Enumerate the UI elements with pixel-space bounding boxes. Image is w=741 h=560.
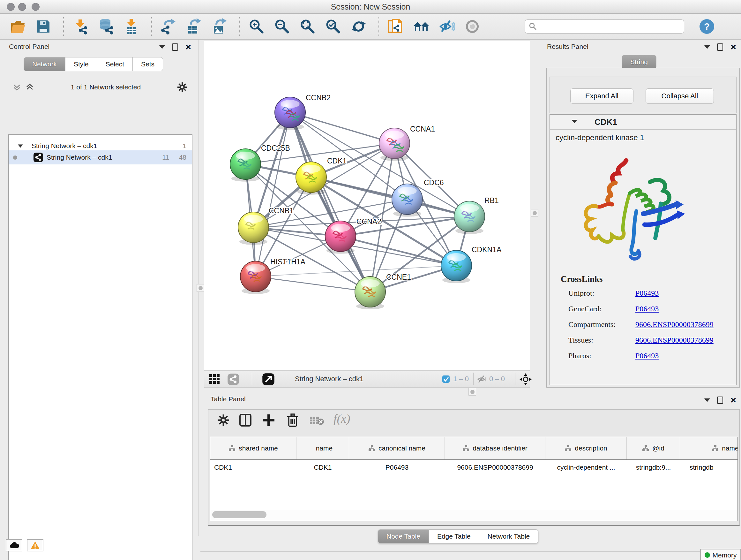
import-network-icon[interactable] — [72, 18, 89, 35]
string-view-icon[interactable] — [227, 373, 239, 385]
help-icon[interactable]: ? — [699, 19, 714, 34]
zoom-in-icon[interactable] — [248, 18, 265, 35]
network-graph[interactable]: CCNB2CCNA1CDC25BCDK1CDC6RB1CCNB1CCNA2CDK… — [204, 41, 530, 370]
table-cell[interactable]: CDK1 — [296, 460, 349, 475]
table-cell[interactable]: cyclin-dependent ... — [545, 460, 627, 475]
table-hscrollbar[interactable] — [210, 509, 737, 520]
import-database-icon[interactable] — [98, 18, 114, 35]
float-panel-icon[interactable] — [172, 44, 178, 51]
scrollbar-thumb[interactable] — [212, 511, 266, 518]
collapse-panel-icon[interactable] — [704, 45, 710, 49]
crosslink-value-link[interactable]: 9606.ENSP00000378699 — [635, 320, 714, 329]
open-session-icon[interactable] — [10, 18, 26, 35]
delete-column-icon[interactable] — [286, 413, 299, 428]
table-cell[interactable]: stringdb:9... — [627, 460, 680, 475]
table-cell[interactable]: P06493 — [349, 460, 445, 475]
tab-node-table[interactable]: Node Table — [378, 530, 429, 543]
show-columns-icon[interactable] — [239, 414, 252, 427]
node-HIST1H1A[interactable] — [240, 261, 271, 294]
close-panel-icon[interactable]: ✕ — [185, 44, 192, 51]
node-CCNB1[interactable] — [238, 212, 269, 245]
node-CDC25B[interactable] — [230, 149, 261, 182]
delete-table-icon[interactable] — [309, 415, 325, 426]
tab-style[interactable]: Style — [65, 57, 97, 71]
right-splitter-handle[interactable] — [531, 209, 538, 217]
add-column-icon[interactable] — [262, 414, 275, 427]
left-splitter-handle[interactable] — [197, 284, 204, 292]
collapse-all-button[interactable]: Collapse All — [646, 88, 714, 104]
tab-select[interactable]: Select — [97, 57, 133, 71]
selected-checkbox-icon[interactable] — [442, 375, 450, 383]
table-cell[interactable]: 9606.ENSP00000378699 — [445, 460, 545, 475]
zoom-selected-icon[interactable] — [325, 18, 341, 35]
node-CCNA2[interactable] — [325, 221, 356, 254]
column-header-canonicalname[interactable]: canonical name — [349, 437, 445, 459]
open-in-window-icon[interactable] — [262, 373, 275, 386]
node-table[interactable]: shared namenamecanonical namedatabase id… — [210, 437, 738, 521]
edge-CDK1-RB1[interactable] — [311, 177, 469, 216]
column-header-databaseidentifier[interactable]: database identifier — [445, 437, 545, 459]
save-session-icon[interactable] — [35, 18, 52, 35]
close-panel-icon[interactable]: ✕ — [730, 397, 737, 403]
network-canvas[interactable]: CCNB2CCNA1CDC25BCDK1CDC6RB1CCNB1CCNA2CDK… — [204, 41, 530, 370]
node-CDC6[interactable] — [392, 184, 422, 217]
crosslink-value-link[interactable]: P06493 — [635, 289, 659, 298]
show-all-icon[interactable] — [464, 18, 481, 35]
memory-button[interactable]: Memory — [700, 549, 741, 560]
fit-content-icon[interactable] — [520, 373, 532, 385]
tab-string[interactable]: String — [622, 55, 657, 69]
search-input[interactable] — [525, 19, 684, 34]
column-header-description[interactable]: description — [545, 437, 627, 459]
crosslink-value-link[interactable]: 9606.ENSP00000378699 — [635, 336, 714, 345]
edge-HIST1H1A-CCNE1[interactable] — [256, 276, 370, 292]
export-network-icon[interactable] — [160, 18, 177, 35]
birds-eye-view-icon[interactable] — [209, 374, 220, 384]
crosslink-value-link[interactable]: P06493 — [635, 305, 659, 313]
edge-CCNA2-CDKN1A[interactable] — [340, 236, 456, 266]
duplicate-network-icon[interactable] — [387, 18, 404, 35]
column-header-id[interactable]: @id — [627, 437, 680, 459]
export-image-icon[interactable] — [211, 18, 228, 35]
float-panel-icon[interactable] — [717, 44, 723, 51]
node-RB1[interactable] — [454, 201, 485, 234]
gear-icon[interactable] — [177, 82, 187, 92]
hide-selected-icon[interactable] — [439, 18, 455, 35]
zoom-fit-icon[interactable] — [299, 18, 316, 35]
node-CCNE1[interactable] — [355, 276, 386, 309]
collapse-protein-icon[interactable] — [571, 120, 577, 123]
export-table-icon[interactable] — [186, 18, 202, 35]
table-cell[interactable]: CDK1 — [210, 460, 296, 475]
close-panel-icon[interactable]: ✕ — [730, 44, 737, 51]
warning-status-button[interactable] — [27, 539, 44, 551]
collapse-panel-icon[interactable] — [159, 45, 165, 49]
hidden-eye-slash-icon[interactable] — [477, 375, 487, 384]
node-CCNB2[interactable] — [275, 97, 306, 130]
home-icon[interactable] — [413, 18, 429, 35]
expand-all-icon[interactable] — [25, 82, 35, 92]
refresh-icon[interactable] — [350, 18, 367, 35]
zoom-out-icon[interactable] — [274, 18, 290, 35]
gear-icon[interactable] — [217, 414, 229, 426]
tab-edge-table[interactable]: Edge Table — [429, 530, 479, 543]
column-header-namespace[interactable]: namespace — [680, 437, 738, 459]
collapse-all-icon[interactable] — [12, 82, 22, 92]
table-row[interactable]: CDK1CDK1P064939606.ENSP00000378699cyclin… — [210, 460, 738, 475]
tab-network[interactable]: Network — [23, 57, 65, 71]
tree-expand-icon[interactable] — [18, 144, 23, 147]
cloud-status-button[interactable] — [6, 539, 22, 551]
column-header-sharedname[interactable]: shared name — [210, 437, 296, 459]
table-cell[interactable]: stringdb — [680, 460, 738, 475]
node-CDK1[interactable] — [296, 162, 327, 195]
import-table-icon[interactable] — [123, 18, 140, 35]
node-CDKN1A[interactable] — [441, 250, 472, 283]
crosslink-value-link[interactable]: P06493 — [635, 352, 659, 360]
expand-all-button[interactable]: Expand All — [570, 88, 633, 104]
edge-CCNB2-CCNA1[interactable] — [290, 112, 394, 143]
tab-network-table[interactable]: Network Table — [479, 530, 539, 543]
network-row-selected[interactable]: String Network – cdk1 11 48 — [9, 150, 192, 165]
float-panel-icon[interactable] — [717, 396, 723, 404]
column-header-name[interactable]: name — [296, 437, 349, 459]
collapse-panel-icon[interactable] — [704, 398, 710, 402]
node-CCNA1[interactable] — [379, 128, 410, 161]
tab-sets[interactable]: Sets — [133, 57, 163, 71]
